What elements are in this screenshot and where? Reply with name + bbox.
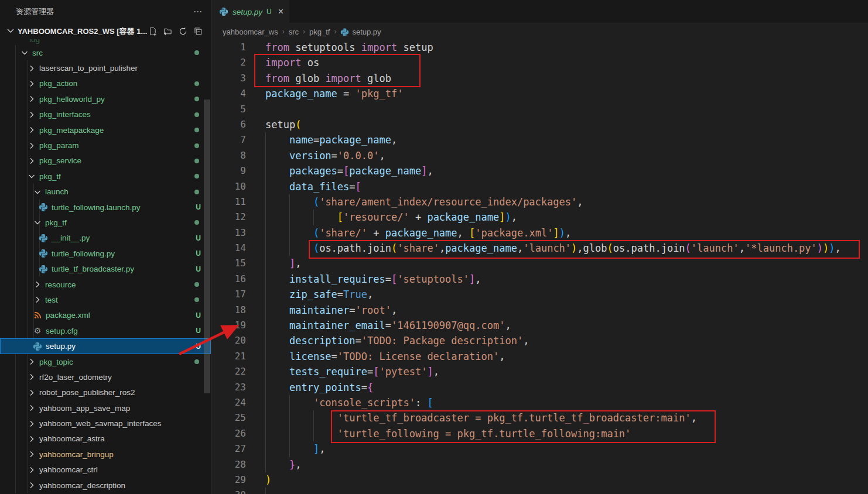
code-line-25[interactable]: 25 'turtle_tf_broadcaster = pkg_tf.turtl… [212,410,868,426]
code-line-1[interactable]: 1from setuptools import setup [212,40,868,55]
code-line-7[interactable]: 7 name=package_name, [212,132,868,147]
tree-item-yahboomcar-ctrl[interactable]: yahboomcar_ctrl [0,462,211,478]
tree-item-label: setup.cfg [46,327,78,335]
code-line-2[interactable]: 2import os [212,55,868,70]
code-line-26[interactable]: 26 'turtle_following = pkg_tf.turtle_fol… [212,426,868,441]
tree-item-pkg-topic[interactable]: pkg_topic [0,354,211,369]
indent-guide [265,210,266,225]
code-line-29[interactable]: 29) [212,472,868,488]
git-untracked-badge: U [196,342,201,351]
new-folder-icon[interactable] [163,27,172,36]
tree-item-turtle-following-py[interactable]: turtle_following.pyU [0,246,211,261]
tree-item-pkg-tf[interactable]: pkg_tf [0,169,211,184]
line-number: 1 [212,40,246,55]
code-editor[interactable]: 1from setuptools import setup2import os3… [212,40,868,494]
tree-item-label: yahboomcar_bringup [39,450,114,459]
workspace-root-row[interactable]: YAHBOOMCAR_ROS2_WS [容器 1... [0,23,211,39]
code-line-9[interactable]: 9 packages=[package_name], [212,163,868,179]
tree-item-label: yahboomcar_astra [39,434,105,443]
collapse-all-icon[interactable] [193,27,203,36]
tree-item-label: package.xml [46,311,90,320]
code-line-18[interactable]: 18 maintainer='root', [212,303,868,318]
tree-item-yahboomcar-astra[interactable]: yahboomcar_astra [0,431,211,447]
tree-item-test[interactable]: test [0,292,211,307]
code-line-11[interactable]: 11 ('share/ament_index/resource_index/pa… [212,194,868,210]
sidebar-scrollbar[interactable] [204,100,210,393]
indent-guide [289,225,290,241]
code-line-20[interactable]: 20 description='TODO: Package descriptio… [212,333,868,348]
code-line-13[interactable]: 13 ('share/' + package_name, ['package.x… [212,225,868,241]
tree-item-setup-py[interactable]: setup.pyU [0,338,211,354]
code-line-3[interactable]: 3from glob import glob [212,71,868,86]
tree-item-pkg-metapackage[interactable]: pkg_metapackage [0,122,211,138]
code-line-6[interactable]: 6setup( [212,117,868,132]
code-line-16[interactable]: 16 install_requires=['setuptools'], [212,272,868,287]
line-number: 19 [212,318,246,333]
code-line-19[interactable]: 19 maintainer_email='1461190907@qq.com', [212,318,868,333]
tree-item-launch[interactable]: launch [0,184,211,200]
code-line-23[interactable]: 23 entry_points={ [212,380,868,395]
tree-item-yahboomcar-description[interactable]: yahboomcar_description [0,478,211,493]
tree-item-yahboom-app-save-map[interactable]: yahboom_app_save_map [0,400,211,416]
tree-item-label: pkg_action [39,79,77,88]
tree-item-pkg-helloworld-py[interactable]: pkg_helloworld_py [0,91,211,107]
new-file-icon[interactable] [148,27,157,36]
breadcrumb-item-setup-py[interactable]: setup.py [352,28,381,36]
tree-item-pkg-action[interactable]: pkg_action [0,76,211,91]
chevron-down-icon [33,218,42,227]
code-line-22[interactable]: 22 tests_require=['pytest'], [212,364,868,379]
tree-item-package-xml[interactable]: package.xmlU [0,308,211,323]
git-untracked-badge: U [196,265,201,273]
tree-item-src[interactable]: src [0,45,211,60]
tree-item-pkg-service[interactable]: pkg_service [0,153,211,169]
code-line-5[interactable]: 5 [212,102,868,117]
line-number: 7 [212,132,246,147]
more-actions-icon[interactable]: ⋯ [193,6,203,17]
code-line-27[interactable]: 27 ], [212,441,868,457]
explorer-header: 资源管理器 ⋯ [0,0,211,23]
breadcrumb-separator-icon: › [334,28,336,36]
code-line-24[interactable]: 24 'console_scripts': [ [212,395,868,410]
tab-close-icon[interactable]: × [278,6,283,17]
indent-guide [289,441,290,457]
code-line-12[interactable]: 12 ['resource/' + package_name]), [212,210,868,225]
tree-item-setup-cfg[interactable]: ⚙setup.cfgU [0,323,211,338]
chevron-right-icon [27,372,36,382]
line-number: 2 [212,55,246,70]
code-line-30[interactable]: 30 [212,488,868,494]
tree-item-yahboom-web-savmap-interfaces[interactable]: yahboom_web_savmap_interfaces [0,416,211,431]
tree-item-label: turtle_following.py [52,249,115,258]
tree-item--init-py[interactable]: __init__.pyU [0,231,211,246]
breadcrumb-item-yahboomcar-ws[interactable]: yahboomcar_ws [223,28,278,36]
tree-item-turtle-following-launch-py[interactable]: turtle_following.launch.pyU [0,200,211,215]
tree-item-turtle-tf-broadcaster-py[interactable]: turtle_tf_broadcaster.pyU [0,261,211,276]
tab-setup-py[interactable]: setup.py U × [212,0,289,23]
tree-item-laserscan-to-point-pulisher[interactable]: laserscan_to_point_pulisher [0,60,211,76]
tree-item-resource[interactable]: resource [0,277,211,292]
xml-icon [33,311,42,320]
refresh-icon[interactable] [178,27,187,36]
git-status-dot [194,81,199,86]
tree-item-pkg-tf[interactable]: pkg_tf [0,215,211,230]
code-line-10[interactable]: 10 data_files=[ [212,179,868,194]
code-line-15[interactable]: 15 ], [212,256,868,271]
breadcrumb-item-src[interactable]: src [289,28,299,36]
line-number: 28 [212,457,246,472]
tree-item-pkg-param[interactable]: pkg_param [0,138,211,153]
code-line-8[interactable]: 8 version='0.0.0', [212,148,868,163]
code-line-17[interactable]: 17 zip_safe=True, [212,287,868,302]
tree-item-yahboomcar-bringup[interactable]: yahboomcar_bringup [0,447,211,462]
code-line-14[interactable]: 14 (os.path.join('share',package_name,'l… [212,241,868,256]
code-line-content: description='TODO: Package description', [246,333,868,348]
indent-guide [265,333,266,348]
tree-item-pkg-interfaces[interactable]: pkg_interfaces [0,107,211,122]
code-line-28[interactable]: 28 }, [212,457,868,472]
code-line-21[interactable]: 21 license='TODO: License declaration', [212,349,868,364]
tree-item-rf2o-laser-odometry[interactable]: rf2o_laser_odometry [0,369,211,385]
tree-item-robot-pose-publisher-ros2[interactable]: robot_pose_publisher_ros2 [0,385,211,400]
tree-item-label: pkg_metapackage [39,126,104,135]
code-line-4[interactable]: 4package_name = 'pkg_tf' [212,86,868,101]
line-number: 27 [212,441,246,457]
tree-item-label: pkg_topic [39,358,73,366]
breadcrumb-item-pkg-tf[interactable]: pkg_tf [309,28,330,36]
